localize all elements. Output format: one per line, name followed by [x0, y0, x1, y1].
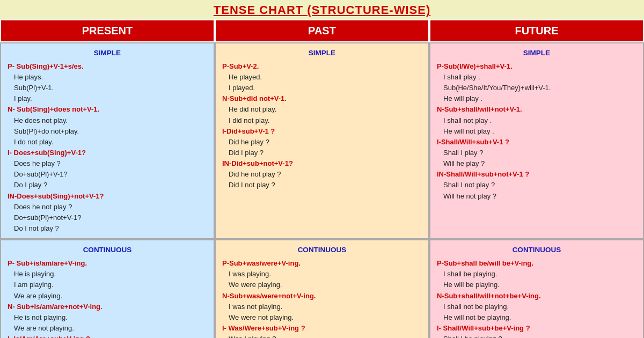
page-title: TENSE CHART (STRUCTURE-WISE): [0, 0, 644, 19]
example: He will not play .: [437, 126, 636, 137]
cell-past_simple: SIMPLEP-Sub+V-2.He played.I played.N-Sub…: [215, 42, 429, 239]
example: He will be playing.: [437, 280, 636, 290]
example: I do not play.: [8, 137, 207, 148]
example: I shall be playing.: [437, 269, 636, 280]
example: He is playing.: [8, 269, 207, 280]
formula: N-Sub+did not+V-1.: [222, 93, 422, 104]
formula: N-Sub+shall/will+not+be+V-ing.: [437, 291, 636, 302]
example: Did he play ?: [222, 137, 422, 148]
formula: I- Shall/Will+sub+be+V-ing ?: [437, 323, 636, 334]
formula: N- Sub+is/am/are+not+V-ing.: [8, 302, 207, 312]
example: Do+sub(Pl)+V-1?: [8, 169, 207, 180]
formula: I- Does+sub(Sing)+V-1?: [8, 148, 207, 158]
example: He is not playing.: [8, 312, 207, 323]
formula: I- Is/Am/Are+sub+V-ing ?: [8, 334, 207, 338]
example: We are playing.: [8, 291, 207, 302]
example: Will he not play ?: [437, 191, 636, 202]
example: He plays.: [8, 72, 207, 83]
example: He will play .: [437, 93, 636, 104]
cell-future_continuous: CONTINUOUSP-Sub+shall be/will be+V-ing.I…: [429, 239, 644, 338]
example: Does he not play ?: [8, 202, 207, 212]
formula: P- Sub+is/am/are+V-ing.: [8, 258, 207, 269]
formula: IN-Shall/Will+sub+not+V-1 ?: [437, 169, 636, 180]
formula: I-Shall/Will+sub+V-1 ?: [437, 137, 636, 148]
grid-body: SIMPLEP- Sub(Sing)+V-1+s/es.He plays.Sub…: [0, 42, 644, 338]
example: I played.: [222, 83, 422, 93]
example: Do I play ?: [8, 180, 207, 190]
formula: IN-Did+sub+not+V-1?: [222, 158, 422, 169]
formula: P-Sub+shall be/will be+V-ing.: [437, 258, 636, 269]
example: I did not play.: [222, 115, 422, 126]
formula: P-Sub+V-2.: [222, 61, 422, 72]
example: Sub(Pl)+do not+play.: [8, 126, 207, 137]
example: I shall play .: [437, 72, 636, 83]
cell-present_simple: SIMPLEP- Sub(Sing)+V-1+s/es.He plays.Sub…: [0, 42, 215, 239]
cell-future_simple: SIMPLEP-Sub(I/We)+shall+V-1.I shall play…: [429, 42, 644, 239]
example: I was not playing.: [222, 302, 422, 312]
formula: P-Sub(I/We)+shall+V-1.: [437, 61, 636, 72]
example: Did I not play ?: [222, 180, 422, 190]
example: He does not play.: [8, 115, 207, 126]
example: Shall I play ?: [437, 148, 636, 158]
example: He did not play.: [222, 104, 422, 115]
example: Shall I be playing ?: [437, 334, 636, 338]
main-header: PRESENT PAST FUTURE: [0, 19, 644, 42]
example: Do+sub(Pl)+not+V-1?: [8, 212, 207, 223]
header-future: FUTURE: [429, 19, 644, 42]
example: Will he play ?: [437, 158, 636, 169]
example: Does he play ?: [8, 158, 207, 169]
formula: IN-Does+sub(Sing)+not+V-1?: [8, 191, 207, 202]
example: We were not playing.: [222, 312, 422, 323]
example: I play.: [8, 93, 207, 104]
example: I shall not be playing.: [437, 302, 636, 312]
example: He played.: [222, 72, 422, 83]
formula: N-Sub+shall/will+not+V-1.: [437, 104, 636, 115]
formula: I- Was/Were+sub+V-ing ?: [222, 323, 422, 334]
example: I am playing.: [8, 280, 207, 290]
cell-present_continuous: CONTINUOUSP- Sub+is/am/are+V-ing.He is p…: [0, 239, 215, 338]
cell-past_continuous: CONTINUOUSP-Sub+was/were+V-ing.I was pla…: [215, 239, 429, 338]
formula: I-Did+sub+V-1 ?: [222, 126, 422, 137]
example: We were playing.: [222, 280, 422, 290]
header-present: PRESENT: [0, 19, 215, 42]
example: I was playing.: [222, 269, 422, 280]
formula: N-Sub+was/were+not+V-ing.: [222, 291, 422, 302]
example: Did he not play ?: [222, 169, 422, 180]
example: Shall I not play ?: [437, 180, 636, 190]
formula: P- Sub(Sing)+V-1+s/es.: [8, 61, 207, 72]
example: Sub(He/She/It/You/They)+will+V-1.: [437, 83, 636, 93]
example: I shall not play .: [437, 115, 636, 126]
example: We are not playing.: [8, 323, 207, 334]
example: Did I play ?: [222, 148, 422, 158]
formula: P-Sub+was/were+V-ing.: [222, 258, 422, 269]
formula: N- Sub(Sing)+does not+V-1.: [8, 104, 207, 115]
example: Was I playing ?: [222, 334, 422, 338]
example: Sub(Pl)+V-1.: [8, 83, 207, 93]
example: Do I not play ?: [8, 223, 207, 234]
example: He will not be playing.: [437, 312, 636, 323]
header-past: PAST: [215, 19, 429, 42]
